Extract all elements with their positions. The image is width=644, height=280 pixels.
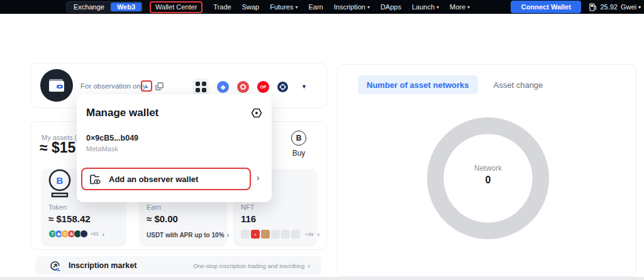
caret-down-icon: ▾ [436, 4, 439, 10]
optimism-icon[interactable]: OP [257, 81, 269, 93]
nft-thumbnail [281, 230, 290, 239]
inscription-market-title: Inscription market [69, 261, 136, 270]
nav-more[interactable]: More▾ [450, 3, 470, 11]
collapse-dropdown-button[interactable]: ▲ [141, 80, 152, 92]
earn-cta-label: USDT with APR up to 10% [147, 232, 225, 239]
inscription-market-subtitle: One-stop inscription trading and inscrib… [193, 262, 304, 269]
nav-launch[interactable]: Launch▾ [412, 3, 439, 11]
donut-center-value: 0 [427, 175, 549, 186]
nft-thumbnail [271, 230, 280, 239]
crystal-ball-bitcoin-icon: B [45, 166, 74, 202]
inscription-market-icon [49, 260, 61, 272]
nav-inscription-label: Inscription [334, 3, 365, 11]
tab-exchange[interactable]: Exchange [67, 3, 111, 11]
nav-more-label: More [450, 3, 465, 11]
earn-cta[interactable]: USDT with APR up to 10%› [147, 231, 229, 239]
nav-launch-label: Launch [412, 3, 435, 11]
ethereum-icon[interactable]: ◆ [217, 81, 229, 93]
nav-right-group: Connect Wallet 25.92 Gwei ▾ [511, 1, 641, 13]
nft-label: NFT [241, 203, 254, 211]
token-icons-row[interactable]: T ◆ C A +83 › [48, 230, 104, 238]
nav-futures[interactable]: Futures▾ [270, 3, 297, 11]
nav-earn[interactable]: Earn [308, 3, 323, 11]
dark-chain-icon[interactable] [277, 82, 288, 92]
buy-label: Buy [284, 149, 313, 158]
nav-wallet-center[interactable]: Wallet Center [150, 1, 203, 13]
total-assets-value: ≈ $15 [40, 139, 75, 156]
caret-down-icon: ▾ [467, 4, 470, 10]
add-observer-wallet-button[interactable]: Add an observer wallet [81, 168, 251, 190]
nav-futures-label: Futures [270, 3, 293, 11]
asset-networks-panel: Number of asset networks Asset change Ne… [337, 64, 636, 277]
nft-thumbnail [261, 230, 270, 239]
nav-trade[interactable]: Trade [213, 3, 231, 11]
buy-button[interactable]: B Buy [284, 131, 313, 158]
donut-center-text: Network 0 [427, 164, 549, 186]
red-chain-icon[interactable] [237, 81, 249, 93]
token-value: ≈ $158.42 [48, 213, 91, 224]
wallet-icon [48, 78, 65, 92]
wallet-address[interactable]: 0×9cB5...b049 [86, 134, 138, 143]
nft-thumbnail [241, 230, 250, 239]
nav-dapps[interactable]: DApps [380, 3, 401, 11]
token-label: Token [48, 203, 67, 211]
chevron-right-icon: › [318, 230, 320, 238]
tab-web3[interactable]: Web3 [111, 3, 142, 11]
chevron-right-icon: › [227, 231, 230, 239]
caret-down-icon[interactable]: ▾ [638, 4, 641, 10]
add-observer-wallet-label: Add an observer wallet [109, 175, 198, 184]
nav-swap[interactable]: Swap [242, 3, 260, 11]
tab-number-of-asset-networks[interactable]: Number of asset networks [358, 75, 478, 94]
donut-center-label: Network [427, 164, 549, 173]
page-bottom-edge [0, 277, 644, 280]
bitcoin-circle-icon: B [291, 131, 306, 146]
earn-value: ≈ $0.00 [147, 213, 178, 224]
copy-address-icon[interactable] [155, 82, 164, 93]
gas-unit-selector[interactable]: Gwei [621, 3, 636, 11]
right-panel-tabs: Number of asset networks Asset change [358, 75, 552, 94]
token-more-count: +83 [90, 231, 99, 237]
manage-wallet-dropdown: Manage wallet 0×9cB5...b049 MetaMask Add… [77, 94, 272, 202]
nft-thumbs-row[interactable]: ▪ +99 › [241, 230, 319, 239]
more-networks-caret-icon[interactable]: ▼ [301, 83, 307, 90]
chevron-right-icon[interactable]: › [257, 173, 260, 183]
wallet-settings-icon[interactable] [251, 107, 262, 119]
nft-thumbnail: ▪ [251, 230, 260, 239]
navy-token-icon [80, 230, 88, 238]
nft-count-value: 116 [241, 213, 256, 224]
chevron-right-icon: › [103, 230, 105, 238]
earn-label: Earn [147, 203, 161, 211]
chevron-right-icon: › [308, 262, 310, 269]
connect-wallet-button[interactable]: Connect Wallet [511, 1, 581, 13]
wallet-center-page: Exchange Web3 Wallet Center Trade Swap F… [0, 0, 644, 280]
network-filter-row: ◆ OP ▼ [192, 78, 307, 95]
inscription-market-bar[interactable]: Inscription market One-stop inscription … [35, 256, 321, 275]
tab-asset-change[interactable]: Asset change [485, 75, 552, 94]
gas-pump-icon [589, 3, 597, 11]
nav-inscription[interactable]: Inscription▾ [334, 3, 370, 11]
wallet-provider-label: MetaMask [86, 145, 118, 153]
gas-price-value: 25.92 [600, 3, 618, 11]
manage-wallet-title: Manage wallet [86, 107, 158, 119]
nft-more-count: +99 [305, 232, 314, 237]
svg-text:B: B [57, 175, 64, 186]
nft-thumbnail [291, 230, 300, 239]
exchange-web3-toggle[interactable]: Exchange Web3 [66, 1, 143, 13]
caret-down-icon: ▾ [367, 4, 370, 10]
top-nav: Exchange Web3 Wallet Center Trade Swap F… [0, 0, 644, 14]
observation-only-label: For observation only [80, 82, 146, 90]
wallet-avatar[interactable] [40, 69, 73, 102]
observer-wallet-icon [89, 174, 101, 185]
caret-down-icon: ▾ [295, 4, 297, 10]
all-networks-grid-icon[interactable] [192, 78, 209, 95]
